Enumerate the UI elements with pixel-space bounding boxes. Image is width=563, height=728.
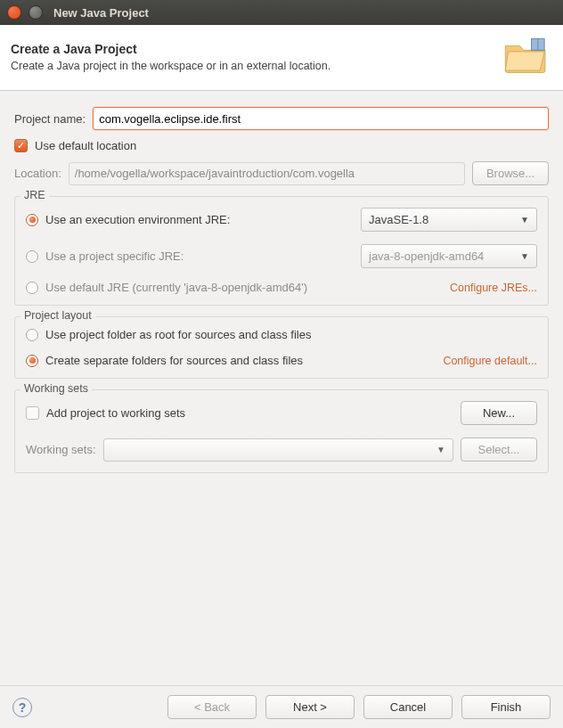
jre-exec-env-label: Use an execution environment JRE:: [45, 213, 230, 226]
browse-button: Browse...: [472, 161, 549, 185]
banner-subheading: Create a Java project in the workspace o…: [11, 60, 330, 72]
jre-default-label: Use default JRE (currently 'java-8-openj…: [45, 281, 307, 294]
use-default-location-checkbox[interactable]: ✓ Use default location: [14, 139, 136, 152]
jre-specific-combo: java-8-openjdk-amd64 ▼: [361, 244, 537, 268]
banner-heading: Create a Java Project: [11, 42, 330, 56]
chevron-down-icon: ▼: [520, 215, 529, 225]
project-name-label: Project name:: [14, 112, 86, 126]
jre-exec-env-value: JavaSE-1.8: [369, 213, 428, 226]
working-sets-label: Working sets:: [26, 443, 96, 456]
window-title: New Java Project: [53, 6, 149, 20]
jre-specific-radio[interactable]: Use a project specific JRE:: [26, 249, 184, 263]
layout-legend: Project layout: [20, 309, 95, 322]
chevron-down-icon: ▼: [437, 445, 445, 454]
next-button[interactable]: Next >: [265, 695, 355, 719]
add-working-sets-label: Add project to working sets: [46, 406, 185, 420]
location-label: Location:: [14, 167, 61, 180]
layout-separate-radio[interactable]: Create separate folders for sources and …: [26, 354, 303, 367]
finish-button[interactable]: Finish: [461, 695, 551, 719]
project-name-input[interactable]: [93, 107, 549, 130]
jre-exec-env-radio[interactable]: Use an execution environment JRE:: [26, 213, 230, 226]
close-icon[interactable]: [7, 5, 21, 20]
help-icon[interactable]: ?: [12, 698, 32, 717]
working-sets-combo: ▼: [103, 438, 453, 462]
cancel-button[interactable]: Cancel: [363, 695, 453, 719]
new-working-set-button[interactable]: New...: [461, 401, 537, 425]
jre-exec-env-combo[interactable]: JavaSE-1.8 ▼: [361, 208, 537, 232]
wizard-footer: ? < Back Next > Cancel Finish: [0, 685, 563, 728]
wizard-banner: Create a Java Project Create a Java proj…: [0, 25, 563, 91]
layout-root-radio[interactable]: Use project folder as root for sources a…: [26, 328, 311, 341]
select-working-set-button: Select...: [461, 438, 537, 462]
chevron-down-icon: ▼: [520, 251, 529, 261]
titlebar: New Java Project: [0, 0, 563, 25]
location-input: [69, 162, 465, 185]
configure-default-link[interactable]: Configure default...: [443, 355, 537, 367]
jre-specific-value: java-8-openjdk-amd64: [369, 249, 484, 263]
layout-separate-label: Create separate folders for sources and …: [45, 354, 303, 367]
use-default-location-label: Use default location: [35, 139, 136, 152]
configure-jres-link[interactable]: Configure JREs...: [450, 282, 537, 294]
project-layout-group: Project layout Use project folder as roo…: [14, 316, 549, 379]
jre-default-radio[interactable]: Use default JRE (currently 'java-8-openj…: [26, 281, 307, 294]
jre-legend: JRE: [20, 189, 49, 201]
folder-icon: [502, 36, 549, 78]
minimize-icon[interactable]: [29, 5, 43, 20]
jre-group: JRE Use an execution environment JRE: Ja…: [14, 196, 549, 306]
jre-specific-label: Use a project specific JRE:: [45, 249, 184, 263]
add-working-sets-checkbox[interactable]: Add project to working sets: [26, 406, 185, 420]
working-sets-legend: Working sets: [20, 382, 92, 395]
working-sets-group: Working sets Add project to working sets…: [14, 389, 549, 473]
layout-root-label: Use project folder as root for sources a…: [45, 328, 311, 341]
back-button: < Back: [167, 695, 257, 719]
